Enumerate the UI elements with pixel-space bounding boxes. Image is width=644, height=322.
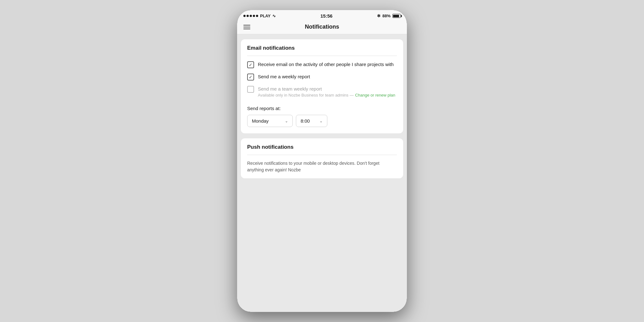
hamburger-button[interactable]: [243, 25, 250, 29]
email-card-title: Email notifications: [247, 45, 295, 51]
push-notifications-card: Push notifications Receive notifications…: [241, 138, 403, 178]
checkbox-item-activity: ✓ Receive email on the activity of other…: [247, 61, 397, 68]
checkmark-weekly: ✓: [249, 75, 253, 79]
hamburger-line-3: [243, 29, 250, 29]
day-dropdown-arrow: ⌄: [285, 119, 288, 123]
signal-dots: [243, 15, 258, 17]
availability-text: Available only in Nozbe Business for tea…: [258, 93, 354, 97]
checkbox-label-activity: Receive email on the activity of other p…: [258, 61, 397, 68]
time-dropdown-arrow: ⌄: [319, 119, 323, 123]
battery-container: [392, 14, 401, 18]
signal-dot-4: [253, 15, 255, 17]
push-card-header: Push notifications: [241, 138, 403, 155]
status-bar: PLAY ∿ 15:56 ✻ 88%: [237, 10, 407, 20]
change-plan-link[interactable]: Change or renew plan: [355, 93, 395, 97]
email-card-header: Email notifications: [241, 39, 403, 56]
phone-frame: PLAY ∿ 15:56 ✻ 88% Notifications: [237, 10, 407, 312]
time-dropdown[interactable]: 8:00 ⌄: [296, 115, 327, 127]
time-dropdown-text: 8:00: [301, 118, 310, 124]
status-right: ✻ 88%: [377, 14, 401, 18]
page-title: Notifications: [305, 24, 339, 30]
nav-bar: Notifications: [237, 20, 407, 34]
bluetooth-icon: ✻: [377, 14, 380, 18]
checkbox-team-weekly-content: Send me a team weekly report Available o…: [258, 86, 395, 98]
email-card-body: ✓ Receive email on the activity of other…: [241, 56, 403, 133]
signal-dot-2: [247, 15, 249, 17]
push-card-body: Receive notifications to your mobile or …: [241, 155, 403, 178]
status-time: 15:56: [320, 13, 332, 19]
email-notifications-card: Email notifications ✓ Receive email on t…: [241, 39, 403, 133]
checkbox-weekly[interactable]: ✓: [247, 74, 254, 80]
day-dropdown-text: Monday: [252, 118, 269, 124]
scroll-area[interactable]: Email notifications ✓ Receive email on t…: [237, 34, 407, 312]
checkbox-item-weekly: ✓ Send me a weekly report: [247, 73, 397, 80]
checkbox-label-team-weekly: Send me a team weekly report: [258, 86, 322, 92]
push-description: Receive notifications to your mobile or …: [247, 161, 380, 172]
send-reports-label: Send reports at:: [247, 106, 397, 111]
phone-screen: PLAY ∿ 15:56 ✻ 88% Notifications: [237, 10, 407, 312]
checkbox-item-team-weekly: Send me a team weekly report Available o…: [247, 86, 397, 98]
day-dropdown[interactable]: Monday ⌄: [247, 115, 293, 127]
availability-info: Available only in Nozbe Business for tea…: [258, 92, 395, 98]
dropdowns-row: Monday ⌄ 8:00 ⌄: [247, 115, 397, 127]
status-left: PLAY ∿: [243, 14, 276, 18]
carrier-label: PLAY: [260, 14, 270, 18]
battery-percent: 88%: [382, 14, 391, 18]
push-card-title: Push notifications: [247, 144, 293, 150]
battery-icon: [392, 14, 401, 18]
signal-dot-3: [250, 15, 252, 17]
wifi-icon: ∿: [272, 14, 276, 18]
checkmark-activity: ✓: [249, 63, 253, 67]
battery-fill: [393, 15, 399, 17]
hamburger-line-2: [243, 27, 250, 27]
signal-dot-5: [256, 15, 258, 17]
checkbox-label-weekly: Send me a weekly report: [258, 73, 397, 80]
signal-dot-1: [243, 15, 246, 17]
checkbox-team-weekly[interactable]: [247, 86, 254, 93]
send-reports-section: Send reports at: Monday ⌄ 8:00 ⌄: [247, 103, 397, 127]
hamburger-line-1: [243, 25, 250, 25]
checkbox-activity[interactable]: ✓: [247, 61, 254, 68]
